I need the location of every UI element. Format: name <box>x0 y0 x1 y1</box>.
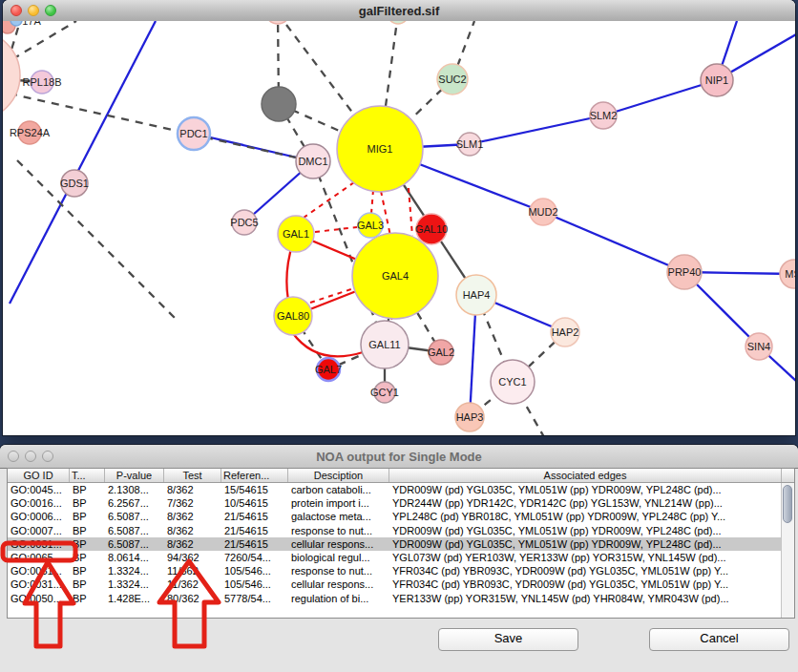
column-header-associated-edges[interactable]: Associated edges <box>389 469 782 482</box>
table-cell: GO:0007... <box>8 525 70 536</box>
table-cell: 6.2567... <box>105 497 164 509</box>
table-cell: cellular respons... <box>288 538 389 550</box>
close-button-inactive[interactable] <box>8 451 19 462</box>
graph-node-label: MSI <box>785 268 795 280</box>
table-cell: 1.3324... <box>105 578 164 590</box>
table-row[interactable]: GO:0031...BP1.3324...11/362105/546...res… <box>8 564 794 578</box>
table-cell: YFR034C (pd) YBR093C, YDR009W (pd) YGL03… <box>389 578 782 590</box>
graph-node[interactable] <box>388 21 409 24</box>
save-button[interactable]: Save <box>438 628 578 651</box>
close-button[interactable] <box>10 5 22 16</box>
table-cell: GO:0045... <box>8 484 70 495</box>
table-cell: 1.428E... <box>105 593 164 604</box>
graph-node-label: CYC1 <box>498 376 526 388</box>
table-row[interactable]: GO:0050...BP1.428E...80/3625778/54...reg… <box>8 592 794 605</box>
column-header-referen-[interactable]: Referen... <box>221 469 288 482</box>
minimize-button[interactable] <box>28 5 39 16</box>
table-cell: BP <box>70 538 105 550</box>
graph-node-label: HAP4 <box>463 289 491 301</box>
minimize-button-inactive[interactable] <box>25 451 36 462</box>
graph-edge-blue <box>543 212 684 272</box>
graph-node-17A[interactable] <box>10 21 22 26</box>
graph-edge-blue <box>603 80 717 116</box>
table-cell: 10/54615 <box>221 497 288 509</box>
table-row[interactable]: GO:0031...BP1.3324...11/362105/546...cel… <box>8 578 794 591</box>
table-cell: BP <box>70 593 105 604</box>
column-header-go-id[interactable]: GO ID <box>8 469 70 482</box>
noa-results-table: GO IDT...P-valueTestReferen...Desciption… <box>7 468 795 619</box>
graph-node-label: GAL10 <box>415 223 448 235</box>
table-cell: BP <box>70 484 105 495</box>
table-row[interactable]: GO:0006...BP6.5087...8/36221/54615galact… <box>8 510 794 523</box>
table-header: GO IDT...P-valueTestReferen...Desciption… <box>8 469 794 483</box>
table-cell: 6.5087... <box>105 525 164 536</box>
graph-node-label: MUD2 <box>528 206 557 218</box>
table-cell: biological regul... <box>288 552 389 563</box>
graph-node-label: GAL2 <box>428 346 454 358</box>
table-cell: GO:0031... <box>8 565 70 577</box>
graph-node-label: GAL3 <box>357 220 384 231</box>
column-header-t-[interactable]: T... <box>70 469 105 482</box>
table-cell: 8.0614... <box>105 552 164 563</box>
table-cell: response to nut... <box>288 565 389 577</box>
graph-node-label: HAP3 <box>456 411 484 423</box>
network-canvas[interactable]: 17ARPL18BRPS24AGDS1PDC1DMC1MIG1SLM1SUC2S… <box>3 21 795 435</box>
table-cell: cellular respons... <box>288 578 389 590</box>
table-cell: YGL073W (pd) YER103W, YER133W (pp) YOR31… <box>389 552 782 563</box>
table-row[interactable]: GO:0065...BP8.0614...94/3627260/54...bio… <box>8 551 794 564</box>
graph-node-label: SUC2 <box>438 74 466 85</box>
table-cell: BP <box>70 511 105 522</box>
table-cell: BP <box>70 578 105 590</box>
table-cell: 11/362 <box>164 565 221 577</box>
graph-edge-reddash <box>304 182 354 218</box>
table-row[interactable]: GO:0007...BP6.5087...8/36221/54615respon… <box>8 524 794 537</box>
table-cell: GO:0065... <box>8 552 70 563</box>
noa-window-titlebar: NOA output for Single Mode <box>0 445 798 469</box>
table-cell: 11/362 <box>164 578 221 590</box>
table-cell: 5778/54... <box>221 593 288 604</box>
graph-node-label: DMC1 <box>298 156 327 167</box>
table-cell: 15/54615 <box>221 484 288 495</box>
graph-node-label: PDC5 <box>230 217 258 228</box>
graph-edge-blue <box>470 116 603 144</box>
table-cell: BP <box>70 552 105 563</box>
table-cell: YDR009W (pd) YGL035C, YML051W (pp) YDR00… <box>389 525 782 536</box>
column-header-p-value[interactable]: P-value <box>105 469 164 482</box>
column-header-test[interactable]: Test <box>164 469 221 482</box>
table-cell: galactose meta... <box>288 511 389 522</box>
table-cell: YPL248C (pd) YBR018C, YML051W (pp) YDR00… <box>389 511 782 522</box>
table-cell: 21/54615 <box>221 511 288 522</box>
column-header-stub <box>782 469 794 482</box>
table-cell: 8/362 <box>164 484 221 495</box>
zoom-button-inactive[interactable] <box>42 451 53 462</box>
graph-node[interactable] <box>262 87 296 121</box>
table-cell: carbon cataboli... <box>288 484 389 495</box>
graph-node-label: GAL7 <box>315 364 342 375</box>
vertical-scrollbar[interactable] <box>781 483 794 618</box>
column-header-desciption[interactable]: Desciption <box>288 469 389 482</box>
graph-window: galFiltered.sif 17ARPL18BRPS24AGDS1PDC1D… <box>3 0 795 435</box>
graph-node-label: RPS24A <box>10 127 51 138</box>
cancel-button[interactable]: Cancel <box>649 628 789 651</box>
graph-node-label: SLM1 <box>456 138 484 150</box>
graph-node-label: RPL18B <box>23 76 62 88</box>
graph-node[interactable] <box>265 21 290 24</box>
table-cell: YDR009W (pd) YGL035C, YML051W (pp) YDR00… <box>389 484 782 495</box>
table-cell: 8/362 <box>164 538 221 550</box>
graph-node-label: GAL11 <box>368 339 400 350</box>
table-cell: 6.5087... <box>105 538 164 550</box>
graph-edge-dash <box>17 160 177 320</box>
table-cell: 105/546... <box>221 565 288 577</box>
table-row[interactable]: GO:0016...BP6.2567...7/36210/54615protei… <box>8 496 794 510</box>
table-body: GO:0045...BP2.1308...8/36215/54615carbon… <box>8 483 794 605</box>
graph-node[interactable] <box>3 31 20 120</box>
table-cell: 21/54615 <box>221 525 288 536</box>
table-row[interactable]: GO:0045...BP2.1308...8/36215/54615carbon… <box>8 483 794 496</box>
table-cell: YDR009W (pd) YGL035C, YML051W (pp) YDR00… <box>389 538 782 550</box>
graph-node-label: SLM2 <box>590 110 618 121</box>
table-row[interactable]: GO:0031...BP6.5087...8/36221/54615cellul… <box>8 537 794 551</box>
graph-node-label: NIP1 <box>705 74 728 86</box>
zoom-button[interactable] <box>45 5 56 16</box>
graph-edge-blue <box>10 21 156 304</box>
scrollbar-thumb[interactable] <box>783 485 792 523</box>
